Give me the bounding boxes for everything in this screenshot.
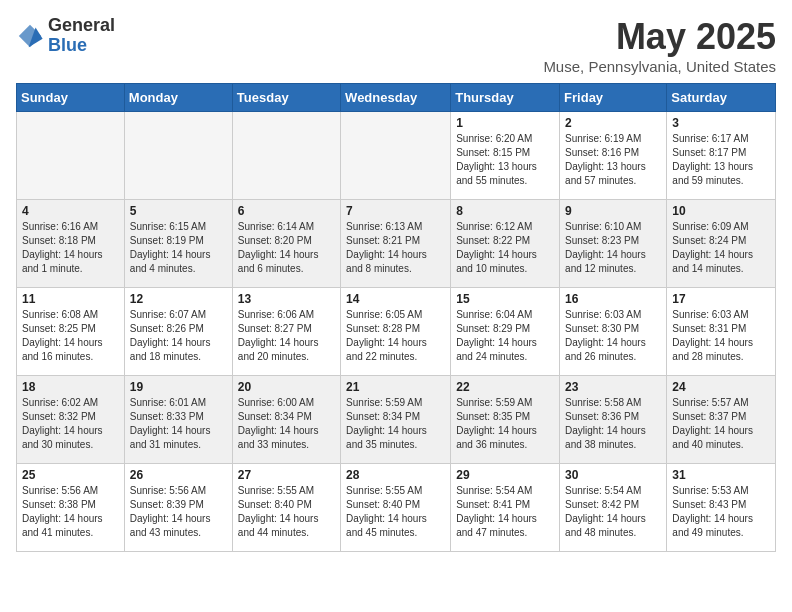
day-number: 20 [238,380,335,394]
day-info: Sunrise: 5:57 AM Sunset: 8:37 PM Dayligh… [672,396,770,452]
day-info: Sunrise: 5:56 AM Sunset: 8:39 PM Dayligh… [130,484,227,540]
day-number: 16 [565,292,661,306]
day-info: Sunrise: 6:10 AM Sunset: 8:23 PM Dayligh… [565,220,661,276]
day-number: 15 [456,292,554,306]
day-info: Sunrise: 5:55 AM Sunset: 8:40 PM Dayligh… [238,484,335,540]
day-info: Sunrise: 5:58 AM Sunset: 8:36 PM Dayligh… [565,396,661,452]
day-number: 27 [238,468,335,482]
calendar-cell: 21Sunrise: 5:59 AM Sunset: 8:34 PM Dayli… [341,376,451,464]
day-number: 10 [672,204,770,218]
calendar-cell: 20Sunrise: 6:00 AM Sunset: 8:34 PM Dayli… [232,376,340,464]
day-number: 24 [672,380,770,394]
day-info: Sunrise: 5:55 AM Sunset: 8:40 PM Dayligh… [346,484,445,540]
weekday-header: Wednesday [341,84,451,112]
weekday-header: Sunday [17,84,125,112]
day-number: 2 [565,116,661,130]
day-number: 25 [22,468,119,482]
logo-general: General [48,16,115,36]
day-info: Sunrise: 6:14 AM Sunset: 8:20 PM Dayligh… [238,220,335,276]
calendar-cell: 22Sunrise: 5:59 AM Sunset: 8:35 PM Dayli… [451,376,560,464]
calendar-cell: 19Sunrise: 6:01 AM Sunset: 8:33 PM Dayli… [124,376,232,464]
calendar-cell: 1Sunrise: 6:20 AM Sunset: 8:15 PM Daylig… [451,112,560,200]
weekday-header: Tuesday [232,84,340,112]
day-number: 21 [346,380,445,394]
day-number: 23 [565,380,661,394]
day-info: Sunrise: 6:13 AM Sunset: 8:21 PM Dayligh… [346,220,445,276]
day-number: 4 [22,204,119,218]
calendar-cell: 3Sunrise: 6:17 AM Sunset: 8:17 PM Daylig… [667,112,776,200]
day-info: Sunrise: 5:56 AM Sunset: 8:38 PM Dayligh… [22,484,119,540]
logo: General Blue [16,16,115,56]
day-number: 12 [130,292,227,306]
day-info: Sunrise: 6:07 AM Sunset: 8:26 PM Dayligh… [130,308,227,364]
day-number: 18 [22,380,119,394]
day-info: Sunrise: 6:03 AM Sunset: 8:31 PM Dayligh… [672,308,770,364]
day-number: 30 [565,468,661,482]
location: Muse, Pennsylvania, United States [543,58,776,75]
calendar-row: 18Sunrise: 6:02 AM Sunset: 8:32 PM Dayli… [17,376,776,464]
day-info: Sunrise: 5:54 AM Sunset: 8:41 PM Dayligh… [456,484,554,540]
day-info: Sunrise: 6:15 AM Sunset: 8:19 PM Dayligh… [130,220,227,276]
calendar-cell [341,112,451,200]
day-info: Sunrise: 6:20 AM Sunset: 8:15 PM Dayligh… [456,132,554,188]
calendar-cell: 6Sunrise: 6:14 AM Sunset: 8:20 PM Daylig… [232,200,340,288]
calendar-cell: 2Sunrise: 6:19 AM Sunset: 8:16 PM Daylig… [560,112,667,200]
calendar-cell: 16Sunrise: 6:03 AM Sunset: 8:30 PM Dayli… [560,288,667,376]
weekday-header: Friday [560,84,667,112]
day-number: 9 [565,204,661,218]
weekday-header: Monday [124,84,232,112]
calendar-cell: 17Sunrise: 6:03 AM Sunset: 8:31 PM Dayli… [667,288,776,376]
calendar-row: 25Sunrise: 5:56 AM Sunset: 8:38 PM Dayli… [17,464,776,552]
day-info: Sunrise: 6:17 AM Sunset: 8:17 PM Dayligh… [672,132,770,188]
day-number: 7 [346,204,445,218]
day-number: 22 [456,380,554,394]
day-number: 8 [456,204,554,218]
day-info: Sunrise: 6:01 AM Sunset: 8:33 PM Dayligh… [130,396,227,452]
day-number: 28 [346,468,445,482]
calendar-cell [232,112,340,200]
day-info: Sunrise: 6:06 AM Sunset: 8:27 PM Dayligh… [238,308,335,364]
day-info: Sunrise: 6:09 AM Sunset: 8:24 PM Dayligh… [672,220,770,276]
calendar-cell: 7Sunrise: 6:13 AM Sunset: 8:21 PM Daylig… [341,200,451,288]
title-area: May 2025 Muse, Pennsylvania, United Stat… [543,16,776,75]
day-info: Sunrise: 6:08 AM Sunset: 8:25 PM Dayligh… [22,308,119,364]
weekday-header: Thursday [451,84,560,112]
calendar-row: 11Sunrise: 6:08 AM Sunset: 8:25 PM Dayli… [17,288,776,376]
day-info: Sunrise: 6:00 AM Sunset: 8:34 PM Dayligh… [238,396,335,452]
day-info: Sunrise: 5:53 AM Sunset: 8:43 PM Dayligh… [672,484,770,540]
calendar-cell: 18Sunrise: 6:02 AM Sunset: 8:32 PM Dayli… [17,376,125,464]
calendar-row: 4Sunrise: 6:16 AM Sunset: 8:18 PM Daylig… [17,200,776,288]
calendar-cell [124,112,232,200]
day-number: 6 [238,204,335,218]
day-number: 5 [130,204,227,218]
day-info: Sunrise: 6:04 AM Sunset: 8:29 PM Dayligh… [456,308,554,364]
day-info: Sunrise: 6:02 AM Sunset: 8:32 PM Dayligh… [22,396,119,452]
page-header: General Blue May 2025 Muse, Pennsylvania… [16,16,776,75]
day-number: 3 [672,116,770,130]
weekday-header: Saturday [667,84,776,112]
calendar-cell: 25Sunrise: 5:56 AM Sunset: 8:38 PM Dayli… [17,464,125,552]
calendar-cell: 12Sunrise: 6:07 AM Sunset: 8:26 PM Dayli… [124,288,232,376]
calendar-cell: 23Sunrise: 5:58 AM Sunset: 8:36 PM Dayli… [560,376,667,464]
calendar-cell [17,112,125,200]
calendar-cell: 30Sunrise: 5:54 AM Sunset: 8:42 PM Dayli… [560,464,667,552]
day-info: Sunrise: 5:59 AM Sunset: 8:34 PM Dayligh… [346,396,445,452]
day-info: Sunrise: 6:05 AM Sunset: 8:28 PM Dayligh… [346,308,445,364]
calendar-body: 1Sunrise: 6:20 AM Sunset: 8:15 PM Daylig… [17,112,776,552]
day-info: Sunrise: 5:54 AM Sunset: 8:42 PM Dayligh… [565,484,661,540]
day-number: 19 [130,380,227,394]
calendar-cell: 4Sunrise: 6:16 AM Sunset: 8:18 PM Daylig… [17,200,125,288]
logo-text: General Blue [48,16,115,56]
calendar-cell: 26Sunrise: 5:56 AM Sunset: 8:39 PM Dayli… [124,464,232,552]
calendar-cell: 27Sunrise: 5:55 AM Sunset: 8:40 PM Dayli… [232,464,340,552]
calendar-cell: 11Sunrise: 6:08 AM Sunset: 8:25 PM Dayli… [17,288,125,376]
day-number: 26 [130,468,227,482]
day-number: 14 [346,292,445,306]
calendar-cell: 8Sunrise: 6:12 AM Sunset: 8:22 PM Daylig… [451,200,560,288]
day-number: 31 [672,468,770,482]
day-info: Sunrise: 6:19 AM Sunset: 8:16 PM Dayligh… [565,132,661,188]
day-number: 1 [456,116,554,130]
logo-icon [16,22,44,50]
calendar-cell: 28Sunrise: 5:55 AM Sunset: 8:40 PM Dayli… [341,464,451,552]
day-number: 13 [238,292,335,306]
